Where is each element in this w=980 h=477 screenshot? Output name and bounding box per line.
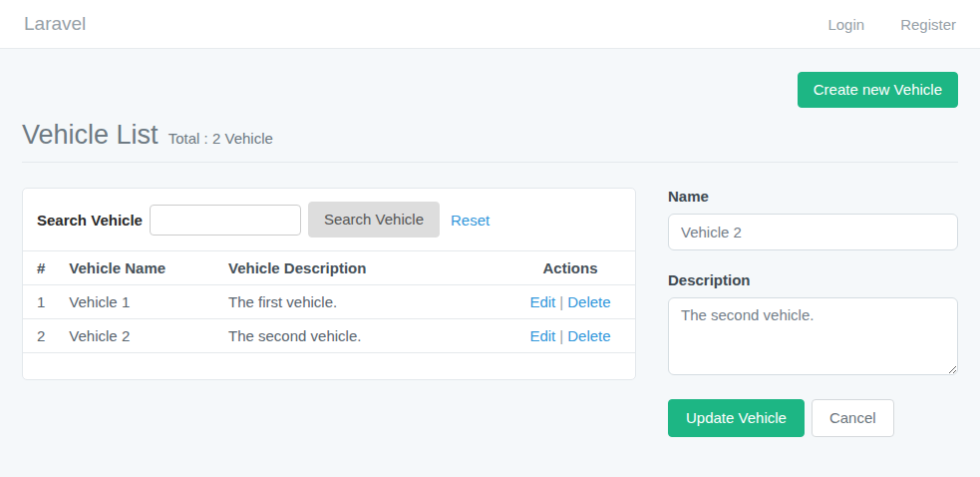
row-vehicle-name: Vehicle 2 <box>57 319 216 353</box>
row-actions: Edit|Delete <box>505 285 635 319</box>
row-actions: Edit|Delete <box>505 319 635 353</box>
content: Search Vehicle Search Vehicle Reset # Ve… <box>22 188 958 437</box>
header-vehicle-name: Vehicle Name <box>57 251 216 285</box>
register-link[interactable]: Register <box>900 16 956 33</box>
table-empty-space <box>23 352 635 379</box>
header-divider <box>22 162 958 163</box>
description-label: Description <box>668 271 958 288</box>
description-field-group: Description The second vehicle. <box>668 271 958 378</box>
search-label: Search Vehicle <box>37 212 143 229</box>
navbar: Laravel Login Register <box>0 0 980 49</box>
edit-link[interactable]: Edit <box>529 293 555 310</box>
delete-link[interactable]: Delete <box>567 327 610 344</box>
form-buttons: Update Vehicle Cancel <box>668 399 958 437</box>
action-separator: | <box>559 327 563 344</box>
search-row: Search Vehicle Search Vehicle Reset <box>23 189 635 250</box>
row-number: 2 <box>23 319 57 353</box>
name-field-group: Name <box>668 188 958 250</box>
cancel-button[interactable]: Cancel <box>812 399 894 437</box>
nav-links: Login Register <box>827 16 956 33</box>
vehicle-table: # Vehicle Name Vehicle Description Actio… <box>23 250 635 352</box>
row-vehicle-description: The first vehicle. <box>216 285 505 319</box>
page-header: Vehicle List Total : 2 Vehicle <box>22 120 958 151</box>
header-number: # <box>23 251 57 285</box>
header-actions: Actions <box>505 251 635 285</box>
page-title: Vehicle List <box>22 120 159 150</box>
name-label: Name <box>668 188 958 205</box>
description-textarea[interactable]: The second vehicle. <box>668 297 958 375</box>
edit-link[interactable]: Edit <box>529 327 555 344</box>
delete-link[interactable]: Delete <box>567 293 610 310</box>
header-vehicle-description: Vehicle Description <box>216 251 505 285</box>
page-subtitle: Total : 2 Vehicle <box>168 130 273 147</box>
row-vehicle-name: Vehicle 1 <box>57 285 216 319</box>
login-link[interactable]: Login <box>827 16 864 33</box>
search-button[interactable]: Search Vehicle <box>308 202 440 238</box>
page-container: Create new Vehicle Vehicle List Total : … <box>0 49 980 437</box>
brand-link[interactable]: Laravel <box>24 13 86 35</box>
reset-link[interactable]: Reset <box>451 212 490 229</box>
vehicle-edit-form: Name Description The second vehicle. Upd… <box>668 188 958 437</box>
vehicle-list-panel: Search Vehicle Search Vehicle Reset # Ve… <box>22 188 636 380</box>
row-vehicle-description: The second vehicle. <box>216 319 505 353</box>
name-input[interactable] <box>668 214 958 250</box>
create-new-vehicle-button[interactable]: Create new Vehicle <box>798 72 958 108</box>
table-row: 2 Vehicle 2 The second vehicle. Edit|Del… <box>23 319 635 353</box>
table-header-row: # Vehicle Name Vehicle Description Actio… <box>23 251 635 285</box>
action-separator: | <box>559 293 563 310</box>
search-input[interactable] <box>150 205 301 236</box>
update-vehicle-button[interactable]: Update Vehicle <box>668 399 805 437</box>
top-actions: Create new Vehicle <box>22 49 958 108</box>
row-number: 1 <box>23 285 57 319</box>
table-row: 1 Vehicle 1 The first vehicle. Edit|Dele… <box>23 285 635 319</box>
